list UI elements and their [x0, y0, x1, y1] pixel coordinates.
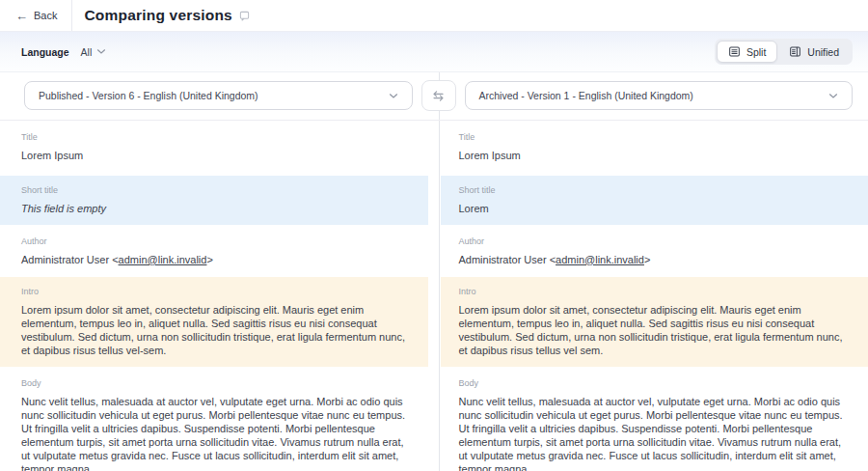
split-view-label: Split — [746, 46, 766, 58]
language-dropdown-value: All — [81, 46, 93, 58]
author-email-link[interactable]: admin@link.invalid — [556, 254, 644, 265]
left-version-select[interactable]: Published - Version 6 - English (United … — [24, 81, 413, 110]
author-name: Administrator User < — [459, 254, 556, 265]
field-row-intro: Intro Lorem ipsum dolor sit amet, consec… — [0, 277, 428, 367]
field-value-empty: This field is empty — [21, 203, 407, 216]
field-row-intro: Intro Lorem ipsum dolor sit amet, consec… — [441, 277, 868, 367]
unified-view-button[interactable]: Unified — [777, 41, 851, 63]
right-version-select-value: Archived - Version 1 - English (United K… — [479, 90, 693, 101]
back-button[interactable]: ← Back — [0, 0, 72, 31]
field-value: Lorem Ipsum — [459, 150, 848, 163]
field-value: Nunc velit tellus, malesuada at auctor v… — [459, 396, 848, 471]
compare-area: Published - Version 6 - English (United … — [0, 72, 868, 471]
language-filter: Language All — [21, 46, 106, 58]
field-value: Lorem ipsum dolor sit amet, consectetur … — [21, 304, 407, 358]
language-dropdown[interactable]: All — [81, 46, 107, 58]
field-label: Author — [21, 236, 407, 246]
field-label: Short title — [21, 185, 407, 195]
swap-versions-button[interactable] — [421, 80, 456, 111]
right-version-column: Title Lorem Ipsum Short title Lorem Auth… — [441, 123, 868, 471]
field-row-title: Title Lorem Ipsum — [0, 123, 428, 174]
left-version-select-value: Published - Version 6 - English (United … — [39, 90, 258, 101]
chevron-down-icon — [828, 93, 838, 99]
field-label: Title — [459, 132, 848, 142]
view-mode-toggle: Split Unified — [715, 39, 853, 65]
page-title-wrap: Comparing versions — [72, 0, 249, 31]
field-row-short-title: Short title Lorem — [441, 176, 868, 225]
author-email-link[interactable]: admin@link.invalid — [119, 254, 207, 265]
field-label: Intro — [459, 287, 848, 296]
field-label: Short title — [459, 185, 848, 195]
back-button-label: Back — [34, 10, 57, 21]
field-row-short-title: Short title This field is empty — [0, 176, 428, 225]
chevron-down-icon — [96, 48, 106, 55]
field-value: Lorem — [459, 203, 848, 216]
author-suffix: > — [206, 254, 212, 265]
author-suffix: > — [644, 254, 650, 265]
split-view-button[interactable]: Split — [717, 41, 777, 63]
field-label: Intro — [21, 287, 407, 296]
field-row-body: Body Nunc velit tellus, malesuada at auc… — [441, 369, 868, 471]
field-value: Lorem Ipsum — [21, 150, 407, 163]
field-label: Author — [459, 236, 848, 246]
comment-icon — [239, 11, 250, 21]
chevron-down-icon — [389, 93, 398, 99]
language-label: Language — [21, 46, 69, 58]
right-version-select[interactable]: Archived - Version 1 - English (United K… — [465, 81, 854, 110]
field-value: Administrator User <admin@link.invalid> — [21, 254, 407, 267]
field-label: Title — [21, 132, 407, 142]
field-row-body: Body Nunc velit tellus, malesuada at auc… — [0, 369, 428, 471]
field-row-author: Author Administrator User <admin@link.in… — [441, 227, 868, 276]
split-view-icon — [728, 45, 741, 58]
left-version-column: Title Lorem Ipsum Short title This field… — [0, 123, 428, 471]
back-arrow-icon: ← — [15, 10, 28, 22]
field-value: Nunc velit tellus, malesuada at auctor v… — [21, 396, 407, 471]
comparing-versions-page: ← Back Comparing versions Language All — [0, 0, 868, 471]
field-value: Lorem ipsum dolor sit amet, consectetur … — [459, 304, 848, 358]
version-selector-row: Published - Version 6 - English (United … — [0, 72, 868, 121]
page-title: Comparing versions — [84, 7, 231, 24]
unified-view-label: Unified — [807, 46, 839, 58]
fields-compare-grid: Title Lorem Ipsum Short title This field… — [0, 121, 868, 471]
unified-view-icon — [789, 45, 801, 58]
field-row-title: Title Lorem Ipsum — [441, 123, 868, 174]
field-row-author: Author Administrator User <admin@link.in… — [0, 227, 428, 276]
field-label: Body — [459, 378, 848, 388]
author-name: Administrator User < — [21, 254, 119, 265]
header-bar: ← Back Comparing versions — [0, 0, 868, 32]
toolbar: Language All Split — [0, 32, 868, 72]
swap-arrows-icon — [431, 89, 446, 103]
field-value: Administrator User <admin@link.invalid> — [459, 254, 848, 267]
field-label: Body — [21, 378, 407, 388]
